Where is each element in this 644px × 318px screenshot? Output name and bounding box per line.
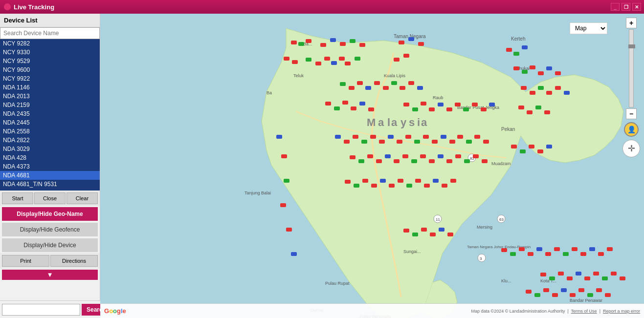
svg-rect-148 [415, 179, 421, 183]
device-list-item[interactable]: NDA 428 [0, 153, 100, 162]
svg-rect-174 [589, 247, 595, 251]
report-map-error-link[interactable]: Report a map error [603, 309, 640, 314]
svg-rect-78 [417, 86, 423, 90]
svg-rect-197 [276, 135, 282, 139]
svg-rect-150 [433, 179, 439, 183]
svg-text:11: 11 [436, 217, 440, 222]
svg-rect-102 [518, 106, 524, 109]
svg-text:Muadzam: Muadzam [491, 161, 511, 166]
svg-rect-42 [330, 38, 336, 42]
svg-rect-95 [438, 103, 444, 106]
svg-rect-194 [587, 293, 593, 297]
svg-rect-139 [482, 159, 488, 163]
svg-rect-81 [538, 86, 544, 90]
svg-rect-72 [365, 86, 371, 90]
device-list-item[interactable]: NDA 4681_T/N 9531 [0, 180, 100, 189]
device-list-item[interactable]: NDA 1146 [0, 83, 100, 92]
svg-rect-93 [421, 102, 426, 106]
svg-rect-41 [320, 43, 326, 47]
device-list-item[interactable]: NDA 2558 [0, 127, 100, 136]
device-list-item[interactable]: NDA 2159 [0, 101, 100, 109]
pan-control[interactable]: ✛ [622, 140, 640, 157]
svg-rect-152 [450, 179, 456, 183]
svg-rect-142 [362, 179, 368, 183]
svg-text:M: M [367, 116, 376, 128]
svg-rect-182 [584, 276, 590, 280]
map-search-input[interactable] [2, 304, 80, 316]
svg-text:Raub: Raub [433, 95, 444, 100]
close-button-sidebar[interactable]: Close [34, 192, 66, 204]
svg-rect-84 [564, 91, 570, 95]
zoom-thumb[interactable] [628, 44, 635, 48]
svg-text:y: y [400, 116, 407, 128]
display-hide-geofence-button[interactable]: Display/Hide Geofence [2, 223, 98, 236]
device-list-item[interactable]: NDA 2445 [0, 118, 100, 127]
svg-text:Ba: Ba [266, 90, 272, 95]
svg-rect-45 [359, 43, 365, 47]
map-type-selector[interactable]: Map Satellite Terrain [570, 22, 607, 34]
svg-rect-77 [408, 81, 414, 85]
svg-rect-105 [544, 110, 550, 114]
map-container[interactable]: M a l a y s i a Taman Negara Kerteh Chuk… [100, 14, 644, 318]
device-search-input[interactable] [0, 27, 100, 39]
svg-rect-138 [473, 154, 479, 158]
svg-rect-170 [554, 247, 560, 251]
svg-rect-136 [455, 154, 461, 158]
zoom-in-button[interactable]: + [626, 18, 637, 28]
display-hide-geo-name-button[interactable]: Display/Hide Geo-Name [2, 207, 98, 221]
device-list-item[interactable]: NDA 3029 [0, 145, 100, 153]
device-list-item[interactable]: NDA 2013 [0, 92, 100, 101]
svg-rect-67 [546, 66, 552, 70]
svg-rect-119 [449, 140, 455, 144]
print-button[interactable]: Print [2, 255, 49, 267]
map-bottom-bar: Google Map data ©2024 © Landadministrati… [100, 303, 644, 318]
svg-rect-199 [284, 179, 289, 183]
minimize-button[interactable]: _ [611, 3, 620, 11]
svg-rect-202 [291, 252, 297, 256]
device-list-item[interactable]: NDA 4681 [0, 171, 100, 180]
terms-of-use-link[interactable]: Terms of Use [571, 309, 597, 314]
device-list-item[interactable]: NCY 9600 [0, 65, 100, 74]
clear-button[interactable]: Clear [67, 192, 98, 204]
device-list-item[interactable]: NCY 9330 [0, 48, 100, 57]
device-list-item[interactable]: NDA 2435 [0, 109, 100, 118]
svg-rect-58 [339, 57, 345, 61]
svg-rect-153 [511, 145, 517, 148]
window-controls: _ ❐ ✕ [611, 3, 641, 11]
svg-rect-90 [368, 107, 374, 111]
device-list-item[interactable]: NCY 9529 [0, 57, 100, 65]
device-list-item[interactable]: NDA 2822 [0, 136, 100, 145]
svg-rect-160 [421, 228, 427, 232]
svg-text:Teluk: Teluk [293, 73, 304, 78]
street-view-button[interactable]: 👤 [624, 122, 639, 137]
zoom-slider[interactable] [629, 29, 634, 107]
collapse-button[interactable]: ▼ [2, 270, 98, 280]
restore-button[interactable]: ❐ [622, 3, 630, 11]
svg-rect-100 [481, 107, 487, 111]
svg-rect-143 [371, 184, 377, 188]
display-hide-device-button[interactable]: Display/Hide Device [2, 238, 98, 252]
svg-rect-101 [489, 103, 495, 106]
svg-rect-173 [580, 252, 586, 256]
device-list-box[interactable]: NCY 9282NCY 9330NCY 9529NCY 9600NCY 9922… [0, 39, 100, 191]
svg-rect-62 [403, 54, 409, 58]
svg-rect-187 [526, 290, 532, 294]
directions-button[interactable]: Directions [50, 255, 98, 267]
svg-rect-82 [546, 91, 552, 95]
map-svg: M a l a y s i a Taman Negara Kerteh Chuk… [100, 14, 644, 318]
device-list-item[interactable]: NCY 9922 [0, 74, 100, 83]
svg-rect-54 [306, 58, 311, 62]
close-button[interactable]: ✕ [632, 3, 641, 11]
svg-rect-122 [474, 135, 480, 139]
zoom-out-button[interactable]: − [626, 108, 637, 119]
svg-rect-132 [420, 154, 426, 158]
svg-rect-184 [602, 276, 608, 280]
svg-rect-89 [359, 102, 365, 106]
svg-text:l: l [387, 116, 390, 128]
svg-rect-128 [385, 154, 391, 158]
start-button[interactable]: Start [2, 192, 33, 204]
svg-rect-162 [439, 228, 444, 232]
device-list-item[interactable]: NCY 9282 [0, 39, 100, 48]
svg-rect-57 [331, 61, 337, 65]
device-list-item[interactable]: NDA 4373 [0, 162, 100, 171]
